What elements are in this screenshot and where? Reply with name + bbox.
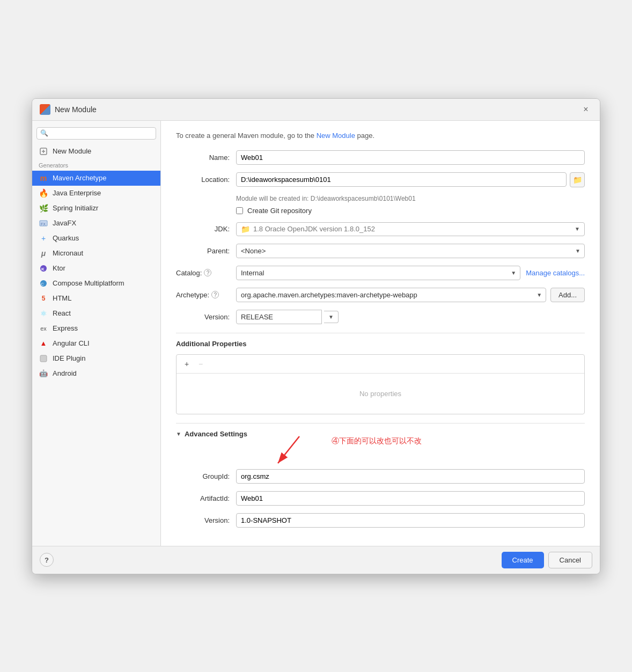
archetype-label-with-help: Archetype: ? xyxy=(176,291,230,299)
sidebar-ide-plugin-label: IDE Plugin xyxy=(53,354,85,362)
main-content: To create a general Maven module, go to … xyxy=(161,121,600,546)
additional-properties-label: Additional Properties xyxy=(176,340,246,348)
additional-properties-title: Additional Properties xyxy=(176,340,585,348)
remove-property-button[interactable]: − xyxy=(195,358,207,370)
catalog-row: Catalog: ? Internal ▼ Manage catalogs... xyxy=(176,266,585,280)
sidebar-item-ktor[interactable]: K Ktor xyxy=(32,261,160,276)
sidebar-item-react[interactable]: ⚛ React xyxy=(32,306,160,321)
sidebar-item-new-module[interactable]: New Module xyxy=(32,144,160,159)
sidebar-item-ide-plugin[interactable]: IDE Plugin xyxy=(32,351,160,366)
generators-label: Generators xyxy=(32,159,160,171)
jdk-folder-icon: 📁 xyxy=(241,225,250,233)
groupid-field-wrapper xyxy=(236,469,585,484)
svg-text:C: C xyxy=(41,282,44,287)
artifactid-input[interactable] xyxy=(236,491,585,506)
compose-icon: C xyxy=(39,279,48,288)
sidebar-item-html[interactable]: 5 HTML xyxy=(32,291,160,306)
sidebar-item-quarkus[interactable]: + Quarkus xyxy=(32,231,160,246)
new-module-icon xyxy=(39,147,48,156)
create-button[interactable]: Create xyxy=(502,552,544,568)
cancel-button[interactable]: Cancel xyxy=(548,552,592,568)
jdk-field-wrapper: 📁 1.8 Oracle OpenJDK version 1.8.0_152 ▼ xyxy=(236,222,585,236)
add-archetype-button[interactable]: Add... xyxy=(550,288,585,302)
sidebar-item-micronaut[interactable]: μ Micronaut xyxy=(32,246,160,261)
location-input[interactable] xyxy=(236,172,567,187)
archetype-select-wrapper: org.apache.maven.archetypes:maven-archet… xyxy=(236,288,546,302)
adv-version-row: Version: xyxy=(176,513,585,528)
archetype-label-area: Archetype: ? xyxy=(176,291,230,299)
version-field-wrapper: RELEASE ▼ xyxy=(236,310,585,324)
sidebar-item-compose-multiplatform[interactable]: C Compose Multiplatform xyxy=(32,276,160,291)
sidebar-item-spring-initializr[interactable]: 🌿 Spring Initializr xyxy=(32,201,160,216)
catalog-select[interactable]: Internal xyxy=(236,266,520,280)
adv-version-field-wrapper xyxy=(236,513,585,528)
parent-field-wrapper: <None> ▼ xyxy=(236,244,585,258)
sidebar-item-java-enterprise[interactable]: 🔥 Java Enterprise xyxy=(32,186,160,201)
git-checkbox[interactable] xyxy=(236,207,243,214)
hint-text-after: page. xyxy=(357,132,375,140)
search-input[interactable] xyxy=(50,129,152,137)
collapse-arrow-icon[interactable]: ▼ xyxy=(176,431,181,437)
javafx-icon: FX xyxy=(39,218,48,228)
sidebar-item-javafx[interactable]: FX JavaFX xyxy=(32,216,160,231)
add-property-button[interactable]: + xyxy=(181,358,193,370)
sidebar-item-label: New Module xyxy=(53,147,91,155)
name-input[interactable] xyxy=(236,150,585,165)
sidebar-item-angular-cli[interactable]: ▲ Angular CLI xyxy=(32,336,160,351)
close-button[interactable]: × xyxy=(579,103,592,116)
groupid-label: GroupId: xyxy=(176,472,230,480)
sidebar-item-android[interactable]: 🤖 Android xyxy=(32,366,160,381)
ide-plugin-icon xyxy=(39,354,48,363)
catalog-help-icon[interactable]: ? xyxy=(204,269,211,276)
name-row: Name: xyxy=(176,150,585,165)
quarkus-icon: + xyxy=(39,233,48,243)
sidebar-angular-label: Angular CLI xyxy=(53,339,90,347)
sidebar-spring-label: Spring Initializr xyxy=(53,204,98,212)
java-enterprise-icon: 🔥 xyxy=(39,188,48,198)
git-checkbox-label[interactable]: Create Git repository xyxy=(247,207,312,215)
artifactid-field-wrapper xyxy=(236,491,585,506)
maven-icon: m xyxy=(39,173,48,183)
jdk-dropdown-arrow: ▼ xyxy=(575,226,580,232)
parent-select-wrapper: <None> ▼ xyxy=(236,244,585,258)
artifactid-label: ArtifactId: xyxy=(176,494,230,502)
svg-rect-9 xyxy=(40,355,47,362)
groupid-row: GroupId: xyxy=(176,469,585,484)
sidebar-quarkus-label: Quarkus xyxy=(53,234,79,242)
groupid-input[interactable] xyxy=(236,469,585,484)
new-module-link[interactable]: New Module xyxy=(317,132,355,140)
micronaut-icon: μ xyxy=(39,249,48,258)
svg-line-11 xyxy=(278,436,299,463)
location-hint: Module will be created in: D:\ideaworksp… xyxy=(236,195,585,202)
adv-version-input[interactable] xyxy=(236,513,585,528)
version-row: Version: RELEASE ▼ xyxy=(176,310,585,324)
no-properties-text: No properties xyxy=(177,374,584,414)
sidebar: 🔍 New Module Generators m Maven Archetyp… xyxy=(32,121,161,546)
archetype-help-icon[interactable]: ? xyxy=(211,291,219,298)
sidebar-android-label: Android xyxy=(53,369,77,377)
help-button[interactable]: ? xyxy=(40,553,54,567)
archetype-field-wrapper: org.apache.maven.archetypes:maven-archet… xyxy=(236,288,585,302)
advanced-divider xyxy=(176,423,585,423)
browse-button[interactable]: 📁 xyxy=(570,172,585,187)
version-select[interactable]: RELEASE xyxy=(236,310,322,324)
sidebar-ktor-label: Ktor xyxy=(53,264,65,272)
jdk-label: JDK: xyxy=(176,225,230,233)
location-row: Location: 📁 xyxy=(176,172,585,187)
sidebar-item-express[interactable]: ex Express xyxy=(32,321,160,336)
react-icon: ⚛ xyxy=(39,309,48,318)
parent-select[interactable]: <None> xyxy=(236,244,585,258)
hint-text-before: To create a general Maven module, go to … xyxy=(176,132,314,140)
jdk-row: JDK: 📁 1.8 Oracle OpenJDK version 1.8.0_… xyxy=(176,222,585,236)
git-checkbox-row: Create Git repository xyxy=(236,207,585,215)
dialog-title: New Module xyxy=(55,105,575,114)
version-label: Version: xyxy=(176,313,230,321)
sidebar-item-maven-archetype[interactable]: m Maven Archetype xyxy=(32,171,160,186)
manage-catalogs-link[interactable]: Manage catalogs... xyxy=(526,269,585,277)
ktor-icon: K xyxy=(39,264,48,273)
version-dropdown-button[interactable]: ▼ xyxy=(324,311,339,323)
search-box[interactable]: 🔍 xyxy=(36,127,156,140)
archetype-select[interactable]: org.apache.maven.archetypes:maven-archet… xyxy=(236,288,546,302)
annotation-container: ④下面的可以改也可以不改 xyxy=(176,444,585,461)
jdk-select[interactable]: 📁 1.8 Oracle OpenJDK version 1.8.0_152 ▼ xyxy=(236,222,585,236)
